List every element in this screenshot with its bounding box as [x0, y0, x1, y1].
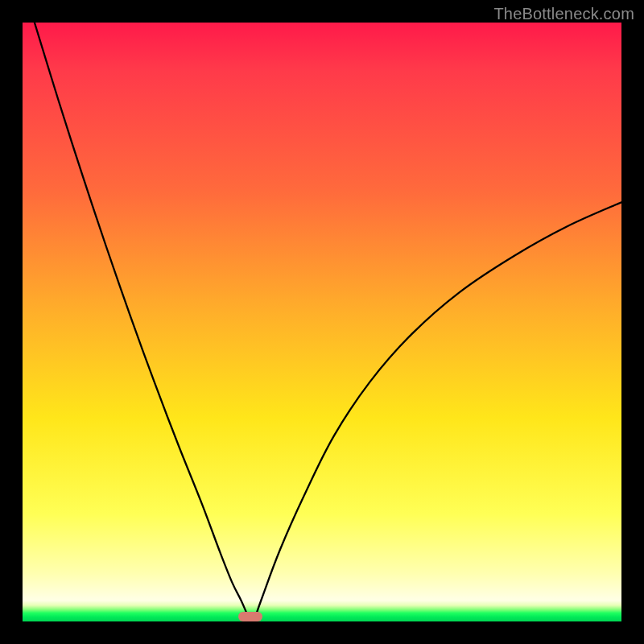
- bottleneck-marker: [238, 612, 262, 621]
- plot-area: [23, 23, 621, 621]
- watermark-text: TheBottleneck.com: [493, 5, 634, 23]
- curve-left-path: [35, 23, 250, 621]
- chart-frame: TheBottleneck.com: [0, 0, 644, 644]
- curve-right-path: [254, 202, 621, 621]
- chart-curve: [23, 23, 621, 621]
